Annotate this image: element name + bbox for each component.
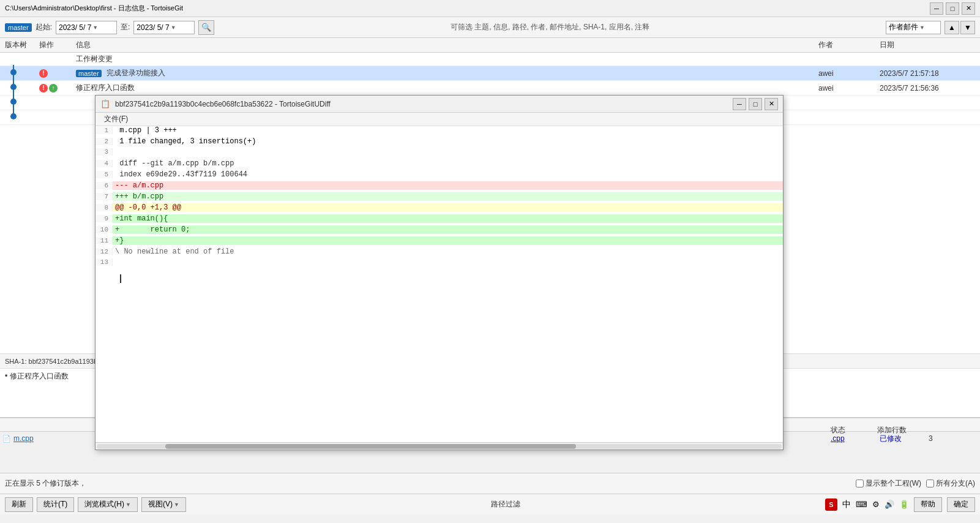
author-filter-input[interactable]: 作者邮件 ▼: [886, 21, 941, 34]
commit-row-1[interactable]: ! master 完成登录功能接入 awei 2023/5/7 21:57:18: [0, 66, 980, 81]
diff-linenum-12: 12: [95, 248, 113, 255]
diff-line-4: 4 diff --git a/m.cpp b/m.cpp: [95, 159, 783, 170]
text-cursor: [120, 274, 121, 283]
diff-content[interactable]: 1 m.cpp | 3 +++ 2 1 file changed, 3 inse…: [95, 126, 783, 442]
svg-point-10: [10, 113, 17, 119]
commit-1-op: !: [39, 69, 76, 78]
col-header-info: 信息: [76, 40, 818, 50]
diff-linecontent-4: diff --git a/m.cpp b/m.cpp: [113, 159, 783, 168]
diff-title-buttons: ─ □ ✕: [733, 98, 778, 110]
diff-minimize-button[interactable]: ─: [733, 98, 746, 110]
sougou-icon: S: [825, 499, 837, 511]
to-label: 至:: [121, 22, 130, 32]
diff-scrollbar-track[interactable]: [97, 444, 782, 449]
commit-1-warning-icon: !: [39, 69, 48, 78]
all-branches-checkbox[interactable]: [926, 480, 934, 487]
view-button[interactable]: 视图(V) ▼: [141, 497, 186, 512]
commit-1-graph-svg: [5, 65, 36, 80]
commit-1-date: 2023/5/7 21:57:18: [880, 69, 978, 78]
help-button[interactable]: 帮助: [914, 497, 942, 512]
close-button[interactable]: ✕: [962, 2, 975, 15]
commit-2-author: awei: [818, 84, 880, 92]
author-filter-arrow: ▼: [919, 24, 925, 31]
col-header-date: 日期: [880, 40, 978, 50]
maximize-button[interactable]: □: [946, 2, 959, 15]
zh-icon: 中: [842, 499, 851, 510]
ok-button[interactable]: 确定: [947, 497, 975, 512]
to-date-input[interactable]: 2023/ 5/ 7 ▼: [133, 21, 195, 34]
show-all-label: 显示整个工程(W): [866, 478, 921, 489]
diff-title-text: bbf237541c2b9a1193b0c4ecb6e068fc1ba53622…: [115, 100, 728, 108]
minimize-button[interactable]: ─: [930, 2, 943, 15]
working-tree-info: 工作树变更: [76, 54, 818, 64]
right-controls: S 中 ⌨ ⚙ 🔊 🔋 帮助 确定: [825, 497, 975, 512]
commit-1-message: 完成登录功能接入: [107, 68, 165, 78]
status-label: 状态: [831, 425, 845, 435]
diff-line-11: 11 +}: [95, 236, 783, 247]
commit-details-text: • 修正程序入口函数: [5, 371, 69, 415]
diff-line-12: 12 \ No newline at end of file: [95, 247, 783, 258]
commit-2-op: ! ↑: [39, 84, 76, 92]
diff-menu-bar: 文件(F): [95, 113, 783, 126]
commit-row-2[interactable]: ! ↑ 修正程序入口函数 awei 2023/5/7 21:56:36: [0, 81, 980, 96]
col-header-op: 操作: [39, 40, 76, 50]
commit-1-info: master 完成登录功能接入: [76, 68, 818, 78]
browse-dropdown-arrow: ▼: [125, 502, 131, 508]
diff-line-7: 7 +++ b/m.cpp: [95, 192, 783, 203]
diff-linecontent-8: @@ -0,0 +1,3 @@: [113, 203, 783, 212]
file-name-link[interactable]: m.cpp: [13, 434, 34, 443]
from-date-input[interactable]: 2023/ 5/ 7 ▼: [56, 21, 117, 34]
browse-label: 浏览模式(H): [84, 499, 124, 510]
commit-2-graph: [2, 80, 39, 96]
nav-down-button[interactable]: ▼: [960, 21, 975, 34]
commit-2-warning-icon: !: [39, 84, 48, 92]
diff-maximize-button[interactable]: □: [749, 98, 762, 110]
view-dropdown-arrow: ▼: [174, 502, 179, 508]
diff-horizontal-scrollbar[interactable]: [95, 442, 783, 450]
diff-line-9: 9 +int main(){: [95, 214, 783, 225]
nav-buttons: ▲ ▼: [944, 21, 975, 34]
diff-linecontent-9: +int main(){: [113, 214, 783, 223]
main-toolbar: master 起始: 2023/ 5/ 7 ▼ 至: 2023/ 5/ 7 ▼ …: [0, 17, 980, 38]
diff-linecontent-10: + return 0;: [113, 225, 783, 234]
diff-scrollbar-thumb[interactable]: [165, 444, 576, 449]
diff-linecontent-6: --- a/m.cpp: [113, 181, 783, 190]
diff-linenum-9: 9: [95, 215, 113, 222]
from-date-arrow: ▼: [92, 24, 98, 31]
diff-linenum-10: 10: [95, 226, 113, 233]
diff-close-button[interactable]: ✕: [765, 98, 778, 110]
show-all-checkbox[interactable]: [856, 480, 864, 487]
search-button[interactable]: 🔍: [198, 20, 214, 35]
diff-linenum-7: 7: [95, 193, 113, 200]
table-header: 版本树 操作 信息 作者 日期: [0, 38, 980, 53]
to-date-arrow: ▼: [171, 24, 176, 31]
diff-line-10: 10 + return 0;: [95, 225, 783, 236]
working-tree-label: 工作树变更: [76, 55, 113, 63]
diff-menu-file[interactable]: 文件(F): [100, 114, 132, 124]
commit-3-graph-svg: [5, 94, 36, 109]
browse-button[interactable]: 浏览模式(H) ▼: [78, 497, 138, 512]
author-filter-label: 作者邮件: [889, 22, 918, 32]
to-date-value: 2023/ 5/ 7: [137, 23, 169, 32]
commit-4-graph: [2, 109, 39, 126]
commit-2-date: 2023/5/7 21:56:36: [880, 84, 978, 92]
diff-linecontent-7: +++ b/m.cpp: [113, 192, 783, 201]
refresh-button[interactable]: 刷新: [5, 497, 33, 512]
stats-button[interactable]: 统计(T): [37, 497, 74, 512]
settings-icon: ⚙: [872, 500, 880, 509]
diff-linenum-1: 1: [95, 127, 113, 134]
diff-linenum-11: 11: [95, 237, 113, 244]
from-date-value: 2023/ 5/ 7: [59, 23, 91, 32]
diff-line-2: 2 1 file changed, 3 insertions(+): [95, 137, 783, 148]
file-ext[interactable]: .cpp: [831, 434, 880, 443]
diff-linenum-13: 13: [95, 258, 113, 266]
path-filter-area: 路径过滤: [190, 499, 821, 510]
nav-up-button[interactable]: ▲: [944, 21, 959, 34]
window-title: C:\Users\Administrator\Desktop\first - 日…: [5, 4, 930, 13]
diff-line-5: 5 index e69de29..43f7119 100644: [95, 170, 783, 181]
working-tree-row[interactable]: 工作树变更: [0, 53, 980, 66]
title-bar: C:\Users\Administrator\Desktop\first - 日…: [0, 0, 980, 17]
filter-hint: 可筛选 主题, 信息, 路径, 作者, 邮件地址, SHA-1, 应用名, 注释: [218, 22, 882, 32]
commit-4-graph-svg: [5, 109, 36, 124]
commit-3-graph: [2, 94, 39, 111]
